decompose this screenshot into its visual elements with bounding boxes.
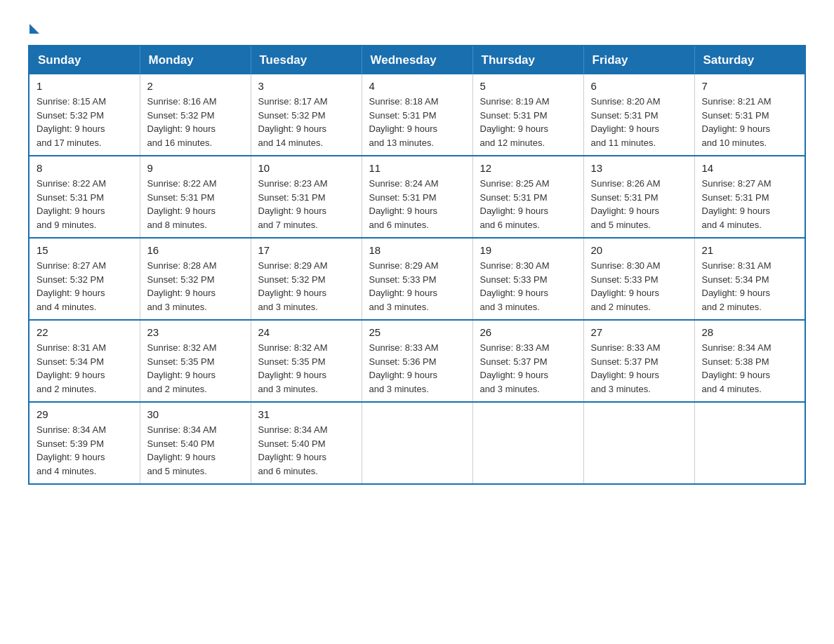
day-number: 11: [369, 162, 465, 174]
calendar-cell: 6 Sunrise: 8:20 AM Sunset: 5:31 PM Dayli…: [583, 74, 694, 156]
calendar-cell: 16 Sunrise: 8:28 AM Sunset: 5:32 PM Dayl…: [140, 238, 251, 320]
day-number: 29: [37, 408, 133, 420]
day-info: Sunrise: 8:21 AM Sunset: 5:31 PM Dayligh…: [702, 95, 798, 149]
day-info: Sunrise: 8:19 AM Sunset: 5:31 PM Dayligh…: [480, 95, 576, 149]
day-number: 26: [480, 326, 576, 338]
calendar-cell: 12 Sunrise: 8:25 AM Sunset: 5:31 PM Dayl…: [472, 156, 583, 238]
day-info: Sunrise: 8:16 AM Sunset: 5:32 PM Dayligh…: [147, 95, 244, 149]
day-info: Sunrise: 8:27 AM Sunset: 5:31 PM Dayligh…: [702, 177, 798, 232]
day-number: 25: [369, 326, 465, 338]
calendar-cell: 27 Sunrise: 8:33 AM Sunset: 5:37 PM Dayl…: [583, 320, 694, 402]
logo-icon: [28, 21, 39, 34]
calendar-cell: 20 Sunrise: 8:30 AM Sunset: 5:33 PM Dayl…: [583, 238, 694, 320]
day-number: 9: [147, 162, 244, 174]
day-info: Sunrise: 8:31 AM Sunset: 5:34 PM Dayligh…: [37, 341, 133, 396]
day-number: 24: [258, 326, 355, 338]
day-info: Sunrise: 8:18 AM Sunset: 5:31 PM Dayligh…: [369, 95, 465, 149]
day-number: 4: [369, 80, 465, 92]
logo: [28, 21, 39, 31]
day-number: 22: [37, 326, 133, 338]
calendar-cell: 9 Sunrise: 8:22 AM Sunset: 5:31 PM Dayli…: [140, 156, 251, 238]
calendar-cell: 10 Sunrise: 8:23 AM Sunset: 5:31 PM Dayl…: [251, 156, 362, 238]
day-number: 20: [591, 244, 687, 256]
calendar-cell: 21 Sunrise: 8:31 AM Sunset: 5:34 PM Dayl…: [694, 238, 805, 320]
day-info: Sunrise: 8:24 AM Sunset: 5:31 PM Dayligh…: [369, 177, 465, 232]
day-number: 1: [37, 80, 133, 92]
calendar-week-row: 29 Sunrise: 8:34 AM Sunset: 5:39 PM Dayl…: [29, 402, 805, 484]
calendar-cell: [583, 402, 694, 484]
day-info: Sunrise: 8:34 AM Sunset: 5:40 PM Dayligh…: [147, 423, 244, 478]
col-header-saturday: Saturday: [694, 46, 805, 74]
day-number: 5: [480, 80, 576, 92]
day-info: Sunrise: 8:15 AM Sunset: 5:32 PM Dayligh…: [37, 95, 133, 149]
calendar-cell: 29 Sunrise: 8:34 AM Sunset: 5:39 PM Dayl…: [29, 402, 140, 484]
calendar-week-row: 15 Sunrise: 8:27 AM Sunset: 5:32 PM Dayl…: [29, 238, 805, 320]
calendar-cell: 23 Sunrise: 8:32 AM Sunset: 5:35 PM Dayl…: [140, 320, 251, 402]
day-info: Sunrise: 8:32 AM Sunset: 5:35 PM Dayligh…: [147, 341, 244, 396]
calendar-cell: 13 Sunrise: 8:26 AM Sunset: 5:31 PM Dayl…: [583, 156, 694, 238]
calendar-cell: 31 Sunrise: 8:34 AM Sunset: 5:40 PM Dayl…: [251, 402, 362, 484]
day-info: Sunrise: 8:20 AM Sunset: 5:31 PM Dayligh…: [591, 95, 687, 149]
day-number: 27: [591, 326, 687, 338]
col-header-wednesday: Wednesday: [362, 46, 472, 74]
day-info: Sunrise: 8:28 AM Sunset: 5:32 PM Dayligh…: [147, 259, 244, 314]
day-info: Sunrise: 8:29 AM Sunset: 5:33 PM Dayligh…: [369, 259, 465, 314]
col-header-sunday: Sunday: [29, 46, 140, 74]
calendar-cell: 1 Sunrise: 8:15 AM Sunset: 5:32 PM Dayli…: [29, 74, 140, 156]
day-number: 31: [258, 408, 355, 420]
day-number: 17: [258, 244, 355, 256]
calendar-cell: 17 Sunrise: 8:29 AM Sunset: 5:32 PM Dayl…: [251, 238, 362, 320]
calendar-cell: 24 Sunrise: 8:32 AM Sunset: 5:35 PM Dayl…: [251, 320, 362, 402]
day-number: 14: [702, 162, 798, 174]
day-info: Sunrise: 8:34 AM Sunset: 5:39 PM Dayligh…: [37, 423, 133, 478]
calendar-cell: 26 Sunrise: 8:33 AM Sunset: 5:37 PM Dayl…: [472, 320, 583, 402]
calendar-cell: 3 Sunrise: 8:17 AM Sunset: 5:32 PM Dayli…: [251, 74, 362, 156]
col-header-friday: Friday: [583, 46, 694, 74]
day-number: 18: [369, 244, 465, 256]
calendar-cell: [362, 402, 472, 484]
calendar-week-row: 22 Sunrise: 8:31 AM Sunset: 5:34 PM Dayl…: [29, 320, 805, 402]
calendar-header-row: SundayMondayTuesdayWednesdayThursdayFrid…: [29, 46, 805, 74]
day-number: 16: [147, 244, 244, 256]
col-header-thursday: Thursday: [472, 46, 583, 74]
calendar-table: SundayMondayTuesdayWednesdayThursdayFrid…: [28, 45, 806, 485]
day-number: 21: [702, 244, 798, 256]
day-number: 15: [37, 244, 133, 256]
day-info: Sunrise: 8:33 AM Sunset: 5:36 PM Dayligh…: [369, 341, 465, 396]
calendar-cell: 19 Sunrise: 8:30 AM Sunset: 5:33 PM Dayl…: [472, 238, 583, 320]
day-number: 23: [147, 326, 244, 338]
page-header: [28, 21, 806, 31]
day-number: 19: [480, 244, 576, 256]
day-number: 6: [591, 80, 687, 92]
day-number: 12: [480, 162, 576, 174]
calendar-cell: [694, 402, 805, 484]
calendar-week-row: 8 Sunrise: 8:22 AM Sunset: 5:31 PM Dayli…: [29, 156, 805, 238]
day-info: Sunrise: 8:27 AM Sunset: 5:32 PM Dayligh…: [37, 259, 133, 314]
calendar-cell: 2 Sunrise: 8:16 AM Sunset: 5:32 PM Dayli…: [140, 74, 251, 156]
day-info: Sunrise: 8:34 AM Sunset: 5:38 PM Dayligh…: [702, 341, 798, 396]
day-number: 30: [147, 408, 244, 420]
calendar-cell: 30 Sunrise: 8:34 AM Sunset: 5:40 PM Dayl…: [140, 402, 251, 484]
calendar-cell: 4 Sunrise: 8:18 AM Sunset: 5:31 PM Dayli…: [362, 74, 472, 156]
day-number: 7: [702, 80, 798, 92]
day-info: Sunrise: 8:29 AM Sunset: 5:32 PM Dayligh…: [258, 259, 355, 314]
day-number: 3: [258, 80, 355, 92]
calendar-cell: 7 Sunrise: 8:21 AM Sunset: 5:31 PM Dayli…: [694, 74, 805, 156]
col-header-tuesday: Tuesday: [251, 46, 362, 74]
day-info: Sunrise: 8:33 AM Sunset: 5:37 PM Dayligh…: [480, 341, 576, 396]
calendar-cell: 25 Sunrise: 8:33 AM Sunset: 5:36 PM Dayl…: [362, 320, 472, 402]
calendar-cell: 15 Sunrise: 8:27 AM Sunset: 5:32 PM Dayl…: [29, 238, 140, 320]
calendar-cell: 5 Sunrise: 8:19 AM Sunset: 5:31 PM Dayli…: [472, 74, 583, 156]
day-info: Sunrise: 8:26 AM Sunset: 5:31 PM Dayligh…: [591, 177, 687, 232]
day-number: 13: [591, 162, 687, 174]
calendar-cell: 14 Sunrise: 8:27 AM Sunset: 5:31 PM Dayl…: [694, 156, 805, 238]
calendar-cell: 11 Sunrise: 8:24 AM Sunset: 5:31 PM Dayl…: [362, 156, 472, 238]
day-info: Sunrise: 8:32 AM Sunset: 5:35 PM Dayligh…: [258, 341, 355, 396]
calendar-cell: 28 Sunrise: 8:34 AM Sunset: 5:38 PM Dayl…: [694, 320, 805, 402]
day-number: 10: [258, 162, 355, 174]
day-number: 28: [702, 326, 798, 338]
day-info: Sunrise: 8:30 AM Sunset: 5:33 PM Dayligh…: [591, 259, 687, 314]
day-number: 8: [37, 162, 133, 174]
day-info: Sunrise: 8:33 AM Sunset: 5:37 PM Dayligh…: [591, 341, 687, 396]
day-info: Sunrise: 8:31 AM Sunset: 5:34 PM Dayligh…: [702, 259, 798, 314]
